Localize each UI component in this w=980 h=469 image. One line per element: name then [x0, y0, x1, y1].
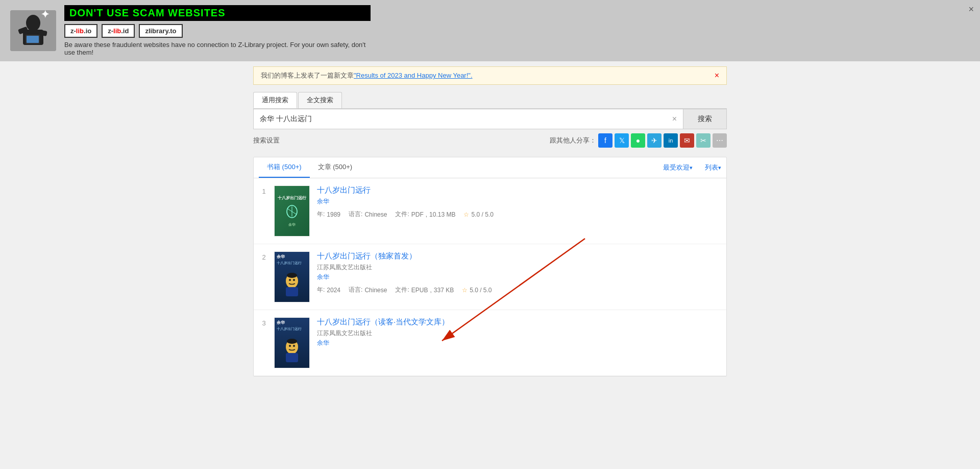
search-input[interactable]	[258, 110, 670, 128]
list-dropdown-icon: ▾	[718, 165, 721, 171]
telegram-share-icon[interactable]: ✈	[647, 133, 662, 148]
results-area: 书籍 (500+) 文章 (500+) 最受欢迎 ▾ 列表 ▾ 1 十八岁出门远…	[253, 157, 727, 377]
search-input-wrapper: ×	[254, 109, 683, 129]
book-cover-3: 余华 十八岁出门远行	[274, 317, 310, 368]
book-info-3: 十八岁出门远行（读客·当代文学文库） 江苏凤凰文艺出版社 余华	[317, 317, 719, 368]
search-clear-button[interactable]: ×	[670, 114, 679, 124]
table-row: 1 十八岁出门远行 余华 十八岁出门远行 余华 年: 1989	[254, 178, 726, 244]
scam-banner-title: DON'T USE SCAM WEBSITES	[64, 5, 371, 21]
result-tabs: 书籍 (500+) 文章 (500+) 最受欢迎 ▾ 列表 ▾	[254, 157, 726, 178]
book-number-1: 1	[254, 185, 274, 237]
share-row: 跟其他人分享： f 𝕏 ● ✈ in ✉ ✂ ⋯	[550, 133, 727, 148]
book-language-2: 语言: Chinese	[349, 286, 387, 294]
scam-banner-desc: Be aware these fraudulent websites have …	[64, 41, 371, 56]
copy-share-icon[interactable]: ✂	[696, 133, 710, 148]
scam-banner-content: DON'T USE SCAM WEBSITES z-lib.io z-lib.i…	[64, 5, 371, 56]
table-row: 2 余华 十八岁出门远行	[254, 244, 726, 310]
whatsapp-share-icon[interactable]: ●	[631, 133, 645, 148]
book-info-1: 十八岁出门远行 余华 年: 1989 语言: Chinese 文件: PDF, …	[317, 185, 719, 237]
svg-point-18	[289, 345, 291, 347]
results-wrapper: 书籍 (500+) 文章 (500+) 最受欢迎 ▾ 列表 ▾ 1 十八岁出门远…	[253, 157, 727, 377]
book-meta-1: 年: 1989 语言: Chinese 文件: PDF, 10.13 MB ☆ …	[317, 210, 719, 219]
svg-text:✦: ✦	[41, 10, 50, 20]
scam-banner-left: ✦ DON'T USE SCAM WEBSITES z-lib.io z-lib…	[10, 5, 371, 56]
book-rating-1: ☆ 5.0 / 5.0	[463, 211, 493, 218]
book-number-3: 3	[254, 317, 274, 368]
result-tab-articles[interactable]: 文章 (500+)	[310, 157, 361, 178]
banner-close-button[interactable]: ×	[968, 4, 974, 15]
email-share-icon[interactable]: ✉	[680, 133, 694, 148]
sort-link[interactable]: 最受欢迎	[663, 163, 690, 172]
scam-banner-sites: z-lib.io z-lib.id zlibrary.to	[64, 24, 371, 38]
sort-dropdown-icon: ▾	[690, 165, 693, 171]
book-cover-2: 余华 十八岁出门远行	[274, 251, 310, 302]
svg-point-14	[293, 279, 295, 281]
book-file-2: 文件: EPUB, 337 KB	[395, 286, 454, 294]
book-year-1: 年: 1989	[317, 210, 340, 219]
svg-point-13	[289, 279, 291, 281]
book-meta-2: 年: 2024 语言: Chinese 文件: EPUB, 337 KB ☆ 5…	[317, 286, 719, 294]
book-author-1[interactable]: 余华	[317, 197, 719, 206]
book-title-3[interactable]: 十八岁出门远行（读客·当代文学文库）	[317, 317, 719, 327]
site-badge-3: zlibrary.to	[139, 24, 182, 38]
book-rating-2: ☆ 5.0 / 5.0	[462, 287, 492, 294]
book-language-1: 语言: Chinese	[349, 210, 387, 219]
svg-point-20	[287, 339, 297, 344]
svg-point-19	[293, 345, 295, 347]
site-badge-2: z-lib.id	[102, 24, 135, 38]
notice-close-button[interactable]: ×	[715, 71, 719, 80]
hacker-figure: ✦	[10, 10, 56, 51]
book-title-2[interactable]: 十八岁出门远行（独家首发）	[317, 251, 719, 261]
svg-rect-12	[286, 287, 298, 296]
facebook-share-icon[interactable]: f	[598, 133, 612, 148]
svg-point-1	[26, 15, 40, 31]
share-label: 跟其他人分享：	[550, 136, 596, 145]
list-link[interactable]: 列表	[705, 163, 718, 172]
book-title-1[interactable]: 十八岁出门远行	[317, 185, 719, 195]
notice-bar: 我们的博客上发表了一篇新文章"Results of 2023 and Happy…	[253, 66, 727, 85]
search-button[interactable]: 搜索	[683, 109, 726, 129]
search-tabs: 通用搜索 全文搜索	[253, 92, 727, 109]
main-container: 我们的博客上发表了一篇新文章"Results of 2023 and Happy…	[245, 61, 735, 382]
twitter-share-icon[interactable]: 𝕏	[615, 133, 629, 148]
book-file-1: 文件: PDF, 10.13 MB	[395, 210, 455, 219]
more-share-icon[interactable]: ⋯	[713, 133, 727, 148]
search-box-row: × 搜索	[253, 109, 727, 129]
result-tab-books[interactable]: 书籍 (500+)	[259, 157, 310, 178]
scam-banner: ✦ DON'T USE SCAM WEBSITES z-lib.io z-lib…	[0, 0, 980, 61]
search-settings-link[interactable]: 搜索设置	[253, 136, 280, 145]
svg-point-15	[287, 273, 297, 278]
settings-row: 搜索设置 跟其他人分享： f 𝕏 ● ✈ in ✉ ✂ ⋯	[253, 129, 727, 152]
table-row: 3 余华 十八岁出门远行	[254, 310, 726, 376]
book-info-2: 十八岁出门远行（独家首发） 江苏凤凰文艺出版社 余华 年: 2024 语言: C…	[317, 251, 719, 302]
book-publisher-3: 江苏凤凰文艺出版社	[317, 329, 719, 338]
svg-rect-17	[286, 353, 298, 362]
svg-rect-6	[27, 36, 39, 43]
book-year-2: 年: 2024	[317, 286, 340, 294]
book-number-2: 2	[254, 251, 274, 302]
notice-link[interactable]: "Results of 2023 and Happy New Year!".	[354, 72, 473, 79]
book-author-3[interactable]: 余华	[317, 339, 719, 347]
site-badge-1: z-lib.io	[64, 24, 97, 38]
book-publisher-2: 江苏凤凰文艺出版社	[317, 263, 719, 272]
book-cover-1: 十八岁出门远行 余华	[274, 185, 310, 237]
notice-text: 我们的博客上发表了一篇新文章"Results of 2023 and Happy…	[261, 71, 473, 80]
tab-general[interactable]: 通用搜索	[253, 92, 297, 108]
linkedin-share-icon[interactable]: in	[664, 133, 678, 148]
book-author-2[interactable]: 余华	[317, 273, 719, 282]
tab-fulltext[interactable]: 全文搜索	[298, 92, 342, 108]
